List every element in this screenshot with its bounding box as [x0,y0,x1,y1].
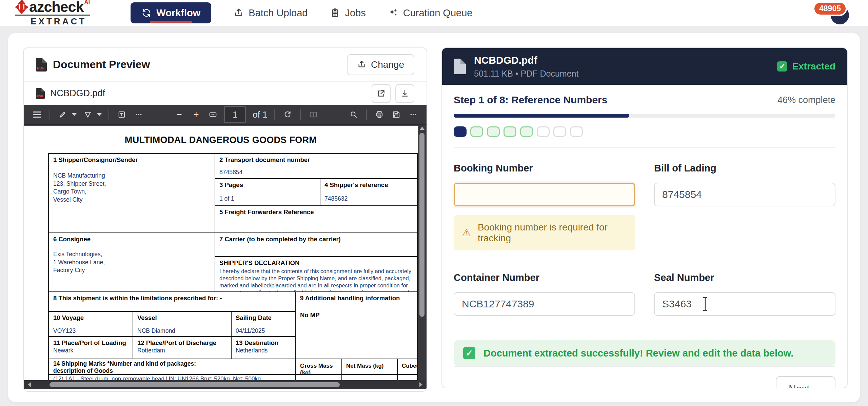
external-link-icon [377,89,386,98]
form-box-freight-forwarders: 5 Freight Forwarders Reference [215,206,418,233]
vertical-scrollbar[interactable] [418,125,427,380]
document-icon [454,59,466,74]
draw-tool-icon[interactable] [82,109,94,120]
nav-tab-label: Curation Queue [403,7,473,19]
form-box-shipper: 1 Shipper/Consignor/Sender NCB Manufactu… [49,154,215,233]
more-tools-icon[interactable] [133,109,144,120]
nav-tab-batch-upload[interactable]: Batch Upload [234,7,308,19]
extracted-file-meta: 501.11 KB • PDF Document [474,69,578,79]
scroll-right-arrow-icon[interactable] [419,382,422,387]
container-number-field: Container Number [454,272,635,316]
notification-count-badge[interactable]: 48905 [813,1,847,16]
progress-percent-label: 46% complete [777,95,835,105]
horizontal-scrollbar[interactable] [24,380,427,389]
pdf-file-icon [36,58,47,72]
print-icon[interactable] [374,109,385,120]
step-indicator-complete[interactable] [487,126,500,137]
next-button[interactable]: Next → [776,376,835,388]
download-button[interactable] [395,84,414,103]
form-box-vessel: Vessel NCB Diamond [133,312,232,337]
booking-number-field: Booking Number ⚠ Booking number is requi… [454,163,635,250]
nav-tab-workflow[interactable]: Workflow [131,2,211,23]
container-number-label: Container Number [454,272,635,283]
form-col-cube: Cube(m3) [398,359,418,375]
seal-number-input[interactable] [654,292,835,316]
form-box-limitations: 8 This shipment is within the limitation… [49,292,296,312]
panel-title: Document Preview [53,58,150,71]
logo-word: azcheck [29,0,83,14]
horizontal-scrollbar-thumb[interactable] [50,382,340,387]
logo-subtitle: EXTRACT [15,16,90,27]
page-view-icon[interactable] [308,109,319,120]
sparkles-icon [388,8,398,18]
nav-tab-jobs[interactable]: Jobs [330,7,366,19]
step-indicator-pending[interactable] [553,126,566,137]
highlight-tool-icon[interactable] [57,109,68,120]
container-number-input[interactable] [454,292,635,316]
open-external-button[interactable] [372,84,391,103]
progress-bar [454,114,835,118]
pdf-viewer: − + 1 of 1 [24,105,427,389]
step-indicator-pending[interactable] [537,126,550,137]
chevron-down-icon[interactable] [97,113,102,116]
change-document-button[interactable]: Change [347,54,414,75]
step-indicators [454,126,835,148]
hazcheck-logo: azcheck AI EXTRACT [15,0,90,27]
step-indicator-pending[interactable] [570,126,583,137]
zoom-out-icon[interactable]: − [173,109,185,120]
scroll-up-arrow-icon[interactable] [420,127,425,130]
logo-ai-label: AI [84,0,90,5]
form-title: MULTIMODAL DANGEROUS GOODS FORM [24,135,418,145]
page-number-input[interactable]: 1 [224,106,246,123]
form-box-port-discharge: 12 Place/Port of Discharge Rotterdam [133,337,232,359]
bill-of-lading-label: Bill of Lading [654,163,835,174]
pdf-file-icon [36,88,45,99]
main-content: Document Preview Change NCBDGD.pdf [8,33,860,402]
page-count-label: of 1 [253,109,267,120]
scroll-left-arrow-icon[interactable] [28,382,31,387]
form-box-handling-info: 9 Additional handling information No MP [296,292,418,359]
bill-of-lading-input[interactable] [654,183,835,206]
booking-number-input[interactable] [454,183,635,206]
form-box-port-loading: 11 Place/Port of Loading Newark [49,337,133,359]
save-icon[interactable] [391,109,402,120]
more-options-icon[interactable] [408,109,419,120]
nav-tab-label: Batch Upload [249,7,308,19]
step-indicator-complete[interactable] [504,126,516,137]
upload-icon [234,8,244,18]
hazcheck-logo-icon [15,0,28,14]
form-box-shipper-ref: 4 Shipper's reference 7485632 [320,179,418,206]
dangerous-goods-form: 1 Shipper/Consignor/Sender NCB Manufactu… [48,153,418,380]
form-box-consignee: 6 Consignee Exis Technologies, 1 Warehou… [49,233,215,292]
file-name-label: NCBDGD.pdf [50,88,105,99]
rotate-icon[interactable] [282,109,293,120]
sync-icon [141,8,152,18]
step-indicator-current[interactable] [454,126,467,137]
search-icon[interactable] [348,109,359,120]
chevron-down-icon[interactable] [72,113,77,116]
step-label: Step 1 of 8: Reference Numbers [454,94,607,106]
seal-number-field: Seal Number [654,272,835,316]
download-icon [400,89,409,98]
panel-footer: Next → [454,366,835,388]
sidebar-toggle-icon[interactable] [31,109,43,120]
status-badge: ✓ Extracted [777,61,835,72]
nav-tab-curation-queue[interactable]: Curation Queue [388,7,473,19]
text-tool-icon[interactable] [116,109,127,120]
extraction-header: NCBDGD.pdf 501.11 KB • PDF Document ✓ Ex… [442,48,847,85]
zoom-in-icon[interactable]: + [190,109,202,120]
step-indicator-complete[interactable] [520,126,533,137]
form-box-voyage: 10 Voyage VOY123 [49,312,133,337]
vertical-scrollbar-thumb[interactable] [419,133,425,317]
clipboard-icon [330,8,340,18]
form-box-transport-doc: 2 Transport document number 8745854 [215,154,418,179]
fit-width-icon[interactable] [207,109,219,120]
main-nav: Workflow Batch Upload Jobs Curation Queu… [131,2,472,23]
top-nav-bar: azcheck AI EXTRACT Workflow Batch Upload… [0,0,868,26]
check-icon: ✓ [463,347,475,359]
reference-fields: Booking Number ⚠ Booking number is requi… [454,163,835,316]
step-indicator-complete[interactable] [470,126,483,137]
form-col-gross-mass: Gross Mass (kg) [296,359,342,375]
form-box-sailing-date: Sailing Date 04/11/2025 [232,312,296,337]
form-box-carrier: 7 Carrier (to be completed by the carrie… [215,233,418,257]
